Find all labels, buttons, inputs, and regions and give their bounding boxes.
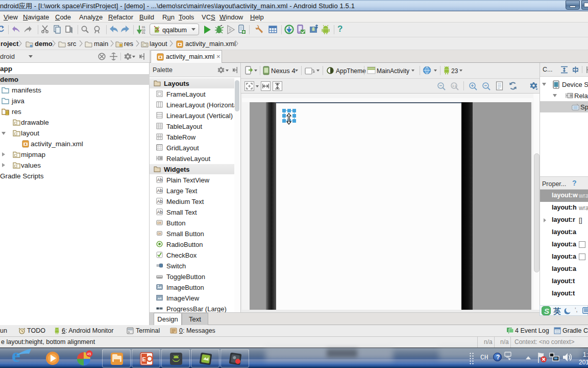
- svg-text:Ab: Ab: [157, 199, 163, 204]
- svg-text:OK: OK: [157, 221, 161, 224]
- svg-text:Ab: Ab: [157, 188, 163, 193]
- svg-text:OK: OK: [158, 233, 162, 235]
- svg-text:01: 01: [142, 31, 145, 34]
- svg-text:Ab: Ab: [157, 177, 163, 182]
- svg-text:1:1: 1:1: [452, 84, 457, 87]
- svg-text:E: E: [142, 356, 146, 362]
- svg-text:45: 45: [87, 352, 91, 356]
- svg-text:Ab: Ab: [157, 210, 163, 215]
